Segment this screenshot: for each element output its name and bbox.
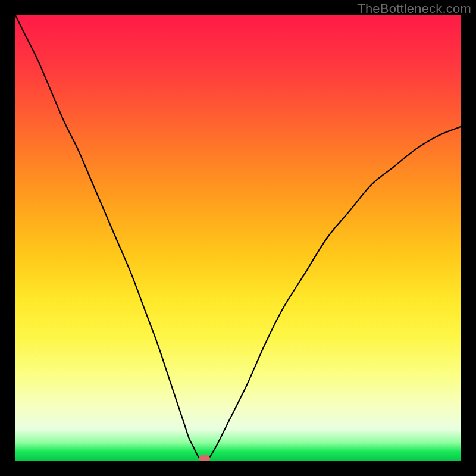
watermark-text: TheBottleneck.com	[357, 1, 471, 17]
curve-svg	[15, 15, 461, 461]
plot-area	[15, 15, 461, 461]
bottleneck-curve	[15, 15, 461, 461]
minimum-marker	[199, 455, 210, 461]
chart-frame: TheBottleneck.com	[0, 0, 476, 476]
